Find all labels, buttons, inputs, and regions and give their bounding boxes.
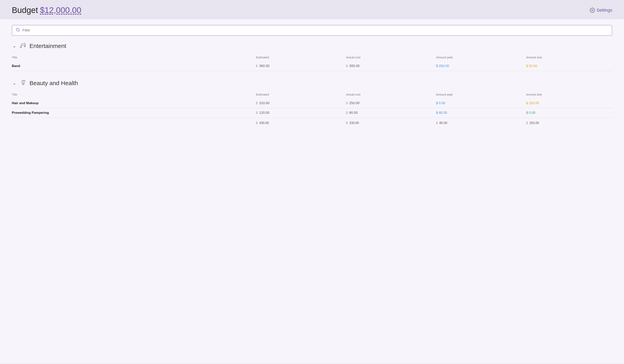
section-entertainment: ⌄ Entertainment Title Estimated Actual c… bbox=[12, 42, 612, 71]
svg-point-1 bbox=[16, 28, 19, 31]
col-header-actual: Actual cost bbox=[342, 54, 432, 61]
table-header-row: Title Estimated Actual cost Amount paid … bbox=[12, 54, 612, 61]
row-title: Hair and Makeup bbox=[12, 101, 39, 105]
table-header-row: Title Estimated Actual cost Amount paid … bbox=[12, 91, 612, 99]
amount-due-cell: $ 0.00 bbox=[526, 111, 612, 115]
col-header-paid: Amount paid bbox=[432, 91, 522, 99]
settings-label: Settings bbox=[597, 8, 612, 13]
main-content: ⌄ Entertainment Title Estimated Actual c… bbox=[0, 19, 624, 364]
estimated-cell: $ 360.00 bbox=[256, 64, 342, 68]
amount-paid-cell: $ 250.00 bbox=[436, 64, 522, 68]
budget-table: Title Estimated Actual cost Amount paid … bbox=[12, 54, 612, 71]
settings-button[interactable]: Settings bbox=[590, 7, 612, 13]
amount-paid-cell: $ 80.00 bbox=[436, 111, 522, 115]
budget-table: Title Estimated Actual cost Amount paid … bbox=[12, 91, 612, 128]
row-title: Band bbox=[12, 64, 20, 68]
amount-due-cell: $ 250.00 bbox=[526, 101, 612, 105]
section-title: Beauty and Health bbox=[29, 80, 78, 86]
amount-paid-cell: $ 0.00 bbox=[436, 101, 522, 105]
actual-cost-cell: $ 300.00 bbox=[346, 64, 432, 68]
section-title: Entertainment bbox=[29, 43, 66, 49]
filter-input[interactable] bbox=[23, 28, 608, 32]
estimated-cell: $ 310.00 bbox=[256, 101, 342, 105]
col-header-estimated: Estimated bbox=[252, 54, 342, 61]
section-header: ⌄ Entertainment bbox=[12, 42, 612, 50]
gear-icon bbox=[590, 7, 595, 13]
col-header-estimated: Estimated bbox=[252, 91, 342, 99]
section-header: ⌄ Beauty and Health bbox=[12, 79, 612, 87]
total-actual: $ 330.00 bbox=[346, 121, 432, 125]
collapse-button[interactable]: ⌄ bbox=[12, 80, 17, 86]
actual-cost-cell: $ 250.00 bbox=[346, 101, 432, 105]
col-header-actual: Actual cost bbox=[342, 91, 432, 99]
col-header-paid: Amount paid bbox=[432, 54, 522, 61]
filter-container bbox=[12, 25, 612, 36]
actual-cost-cell: $ 80.00 bbox=[346, 111, 432, 115]
section-icon-beauty-health bbox=[20, 79, 27, 87]
svg-point-0 bbox=[592, 10, 593, 11]
section-icon-entertainment bbox=[20, 42, 27, 50]
svg-line-2 bbox=[19, 31, 20, 31]
table-row: Prewedding Pampering $ 120.00 $ 80.00 $ … bbox=[12, 108, 612, 118]
estimated-cell: $ 120.00 bbox=[256, 111, 342, 115]
amount-due-cell: $ 50.00 bbox=[526, 64, 612, 68]
header-title: Budget $12,000.00 bbox=[12, 5, 81, 15]
total-estimated: $ 430.00 bbox=[256, 121, 342, 125]
header: Budget $12,000.00 Settings bbox=[0, 0, 624, 19]
totals-row: $ 430.00 $ 330.00 $ 80.00 $ 250.00 bbox=[12, 118, 612, 128]
total-due: $ 250.00 bbox=[526, 121, 612, 125]
section-beauty-health: ⌄ Beauty and Health Title Estimated Actu… bbox=[12, 79, 612, 128]
row-title: Prewedding Pampering bbox=[12, 111, 49, 115]
total-paid: $ 80.00 bbox=[436, 121, 522, 125]
sections-container: ⌄ Entertainment Title Estimated Actual c… bbox=[12, 42, 612, 128]
budget-label: Budget bbox=[12, 5, 38, 15]
col-header-title: Title bbox=[12, 54, 252, 61]
budget-amount[interactable]: $12,000.00 bbox=[40, 5, 81, 15]
collapse-button[interactable]: ⌄ bbox=[12, 43, 17, 49]
filter-input-wrapper bbox=[12, 25, 612, 36]
col-header-due: Amount due bbox=[522, 91, 612, 99]
search-icon bbox=[16, 28, 20, 33]
col-header-due: Amount due bbox=[522, 54, 612, 61]
col-header-title: Title bbox=[12, 91, 252, 99]
table-row: Hair and Makeup $ 310.00 $ 250.00 $ 0.00 bbox=[12, 99, 612, 108]
table-row: Band $ 360.00 $ 300.00 $ 250.00 bbox=[12, 61, 612, 71]
